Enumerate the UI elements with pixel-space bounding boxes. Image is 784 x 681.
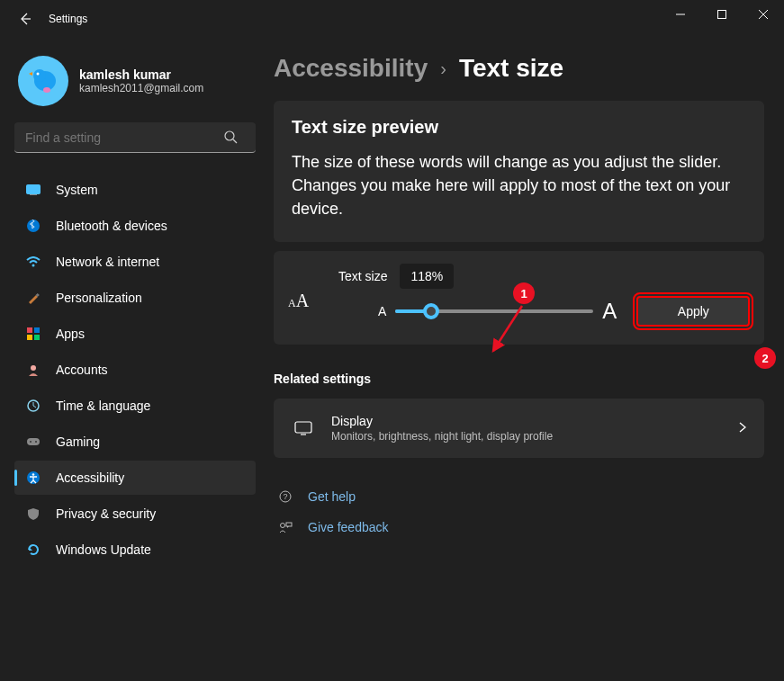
help-icon: ? xyxy=(277,489,293,504)
sidebar-item-label: Time & language xyxy=(56,399,150,413)
sidebar-item-privacy[interactable]: Privacy & security xyxy=(14,497,256,531)
minimize-button[interactable] xyxy=(660,0,701,29)
user-email: kamlesh2011@gmail.com xyxy=(79,82,203,94)
slider-label: Text size xyxy=(338,269,387,283)
feedback-icon xyxy=(277,520,293,534)
chevron-right-icon xyxy=(739,421,746,435)
display-setting-row[interactable]: Display Monitors, brightness, night ligh… xyxy=(274,399,764,458)
avatar xyxy=(18,56,68,106)
arrow-left-icon xyxy=(18,12,32,26)
svg-point-27 xyxy=(32,473,35,476)
display-subtitle: Monitors, brightness, night light, displ… xyxy=(331,430,553,443)
window-title: Settings xyxy=(49,13,87,25)
svg-rect-33 xyxy=(286,523,292,526)
breadcrumb: Accessibility › Text size xyxy=(274,54,764,83)
display-title: Display xyxy=(331,414,553,428)
clock-icon xyxy=(25,398,41,414)
sidebar-item-accessibility[interactable]: Accessibility xyxy=(14,461,256,495)
sidebar-item-label: Gaming xyxy=(56,435,100,449)
back-button[interactable] xyxy=(9,3,41,35)
svg-line-9 xyxy=(233,139,237,143)
svg-point-25 xyxy=(35,441,37,443)
gamepad-icon xyxy=(25,434,41,450)
link-label: Get help xyxy=(308,489,356,504)
sidebar-item-label: Windows Update xyxy=(56,542,151,557)
get-help-link[interactable]: ? Get help xyxy=(274,481,764,512)
svg-rect-17 xyxy=(27,335,32,340)
link-label: Give feedback xyxy=(308,520,389,534)
svg-point-5 xyxy=(33,69,46,82)
sidebar-item-time[interactable]: Time & language xyxy=(14,389,256,423)
search-icon xyxy=(223,130,238,147)
annotation-badge-2: 2 xyxy=(754,347,776,369)
sidebar-item-label: Bluetooth & devices xyxy=(56,219,167,233)
sidebar-item-label: Personalization xyxy=(56,291,142,305)
svg-rect-10 xyxy=(27,185,41,194)
annotation-badge-1: 1 xyxy=(513,282,535,304)
sidebar-item-apps[interactable]: Apps xyxy=(14,317,256,351)
sidebar-item-personalization[interactable]: Personalization xyxy=(14,281,256,315)
sidebar-item-label: System xyxy=(56,183,98,197)
svg-point-7 xyxy=(43,87,50,93)
display-icon xyxy=(292,421,315,435)
minimize-icon xyxy=(676,10,685,19)
preview-card: Text size preview The size of these word… xyxy=(274,101,764,242)
update-icon xyxy=(25,542,41,558)
svg-rect-18 xyxy=(34,335,40,340)
svg-point-24 xyxy=(30,441,32,443)
svg-rect-1 xyxy=(718,11,726,19)
system-icon xyxy=(25,182,41,198)
svg-rect-28 xyxy=(295,422,311,433)
close-button[interactable] xyxy=(743,0,784,29)
text-size-value: 118% xyxy=(400,264,454,289)
sidebar-item-label: Accounts xyxy=(56,363,108,377)
related-settings-heading: Related settings xyxy=(274,372,764,386)
svg-line-22 xyxy=(33,406,36,408)
close-icon xyxy=(759,10,768,19)
slider-max-glyph: A xyxy=(602,299,617,324)
text-size-icon: AA xyxy=(288,291,309,311)
wifi-icon xyxy=(25,254,41,270)
maximize-icon xyxy=(717,10,726,19)
sidebar-item-label: Apps xyxy=(56,327,85,341)
svg-point-6 xyxy=(37,73,40,76)
page-title: Text size xyxy=(459,54,563,83)
sidebar-item-network[interactable]: Network & internet xyxy=(14,245,256,279)
apply-button[interactable]: Apply xyxy=(636,296,750,327)
slider-min-glyph: A xyxy=(378,304,386,318)
preview-text: The size of these words will change as y… xyxy=(292,150,746,220)
maximize-button[interactable] xyxy=(701,0,743,29)
svg-rect-15 xyxy=(27,327,32,333)
sidebar-item-label: Privacy & security xyxy=(56,506,156,521)
person-icon xyxy=(25,362,41,378)
sidebar-item-label: Accessibility xyxy=(56,470,124,485)
svg-rect-16 xyxy=(34,327,40,333)
sidebar-item-gaming[interactable]: Gaming xyxy=(14,425,256,459)
sidebar-item-bluetooth[interactable]: Bluetooth & devices xyxy=(14,209,256,243)
preview-title: Text size preview xyxy=(292,117,746,138)
sidebar-item-system[interactable]: System xyxy=(14,173,256,207)
sidebar-item-label: Network & internet xyxy=(56,255,159,269)
give-feedback-link[interactable]: Give feedback xyxy=(274,512,764,542)
slider-thumb[interactable] xyxy=(423,303,439,319)
accessibility-icon xyxy=(25,470,41,486)
user-profile[interactable]: kamlesh kumar kamlesh2011@gmail.com xyxy=(14,49,256,122)
chevron-right-icon: › xyxy=(440,58,446,79)
shield-icon xyxy=(25,506,41,522)
svg-point-19 xyxy=(31,365,36,371)
breadcrumb-parent[interactable]: Accessibility xyxy=(274,54,428,83)
apps-icon xyxy=(25,326,41,342)
search-input[interactable] xyxy=(14,122,256,153)
sidebar-item-accounts[interactable]: Accounts xyxy=(14,353,256,387)
bluetooth-icon xyxy=(25,218,41,234)
svg-text:?: ? xyxy=(283,492,287,501)
svg-rect-23 xyxy=(27,438,40,445)
svg-point-32 xyxy=(281,524,285,528)
brush-icon xyxy=(25,290,41,306)
text-size-slider[interactable] xyxy=(395,309,593,313)
bird-icon xyxy=(25,63,61,99)
svg-point-13 xyxy=(32,264,35,267)
user-name: kamlesh kumar xyxy=(79,67,203,82)
svg-point-8 xyxy=(225,131,234,140)
sidebar-item-update[interactable]: Windows Update xyxy=(14,533,256,567)
